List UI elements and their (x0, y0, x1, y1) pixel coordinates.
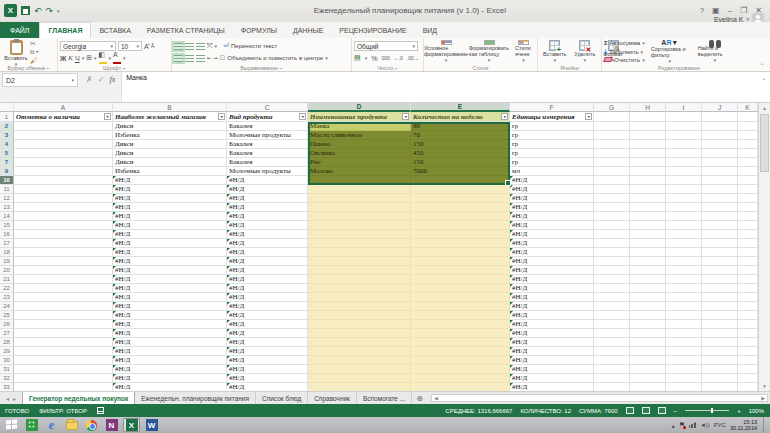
cell-G28[interactable] (594, 338, 630, 347)
cell-K3[interactable] (738, 131, 758, 140)
cell-G17[interactable] (594, 239, 630, 248)
cell-I9[interactable] (666, 167, 702, 176)
row-header-1[interactable]: 1 (0, 112, 14, 122)
format-painter-icon[interactable]: 🖌 (30, 57, 38, 64)
scroll-up-icon[interactable]: ▲ (759, 103, 770, 113)
cell-F15[interactable]: #Н/Д (510, 221, 594, 230)
column-header-G[interactable]: G (594, 103, 630, 112)
cell-J32[interactable] (702, 374, 738, 383)
cell-J10[interactable] (702, 176, 738, 185)
cell-D11[interactable] (308, 185, 411, 194)
cell-D22[interactable] (308, 284, 411, 293)
underline-button[interactable]: Ч (75, 55, 80, 62)
cell-I21[interactable] (666, 275, 702, 284)
cell-G20[interactable] (594, 266, 630, 275)
cell-I31[interactable] (666, 365, 702, 374)
next-sheet-icon[interactable]: ▸ (13, 395, 16, 402)
cell-A4[interactable] (14, 140, 113, 149)
cell-G15[interactable] (594, 221, 630, 230)
cell-H32[interactable] (630, 374, 666, 383)
conditional-formatting-button[interactable]: Условное форматирование▾ (426, 40, 466, 63)
cell-B5[interactable]: Дикси (113, 149, 227, 158)
cell-K32[interactable] (738, 374, 758, 383)
italic-button[interactable]: К (68, 54, 73, 62)
cell-G11[interactable] (594, 185, 630, 194)
normal-view-icon[interactable] (626, 407, 634, 414)
cell-K4[interactable] (738, 140, 758, 149)
fill-color-icon[interactable]: ◧ (99, 52, 107, 64)
cell-B24[interactable]: #Н/Д (113, 302, 227, 311)
cell-D19[interactable] (308, 257, 411, 266)
cell-I20[interactable] (666, 266, 702, 275)
zoom-level[interactable]: 100% (749, 408, 764, 414)
cell-E31[interactable] (411, 365, 510, 374)
cell-C9[interactable]: Молочные продукты (227, 167, 308, 176)
decrease-indent-icon[interactable]: ⇤ (207, 55, 211, 61)
cell-J29[interactable] (702, 347, 738, 356)
cell-C13[interactable]: #Н/Д (227, 203, 308, 212)
align-middle-icon[interactable] (185, 43, 194, 50)
cell-A33[interactable] (14, 383, 113, 391)
cell-F9[interactable]: мл (510, 167, 594, 176)
cell-A13[interactable] (14, 203, 113, 212)
column-header-B[interactable]: B (113, 103, 227, 112)
cell-I16[interactable] (666, 230, 702, 239)
scroll-left-icon[interactable]: ◀ (434, 395, 438, 401)
cell-I25[interactable] (666, 311, 702, 320)
cell-B22[interactable]: #Н/Д (113, 284, 227, 293)
help-icon[interactable]: ? (700, 6, 704, 15)
row-header-4[interactable]: 4 (0, 140, 14, 149)
cell-A28[interactable] (14, 338, 113, 347)
cell-B2[interactable]: Дикси (113, 122, 227, 131)
cell-G10[interactable] (594, 176, 630, 185)
cell-B11[interactable]: #Н/Д (113, 185, 227, 194)
tab-разметка-страницы[interactable]: РАЗМЕТКА СТРАНИЦЫ (139, 22, 233, 38)
cell-A31[interactable] (14, 365, 113, 374)
cell-A9[interactable] (14, 167, 113, 176)
column-header-J[interactable]: J (702, 103, 738, 112)
cell-H5[interactable] (630, 149, 666, 158)
cell-J24[interactable] (702, 302, 738, 311)
vertical-scrollbar[interactable]: ▲▼ (758, 103, 770, 391)
column-header-F[interactable]: F (510, 103, 594, 112)
find-select-button[interactable]: Найти и выделить▾ (695, 40, 735, 63)
cell-K21[interactable] (738, 275, 758, 284)
macro-record-icon[interactable] (97, 407, 104, 414)
cell-H11[interactable] (630, 185, 666, 194)
cell-H18[interactable] (630, 248, 666, 257)
cell-F18[interactable]: #Н/Д (510, 248, 594, 257)
cell-styles-button[interactable]: Стили ячеек▾ (512, 40, 535, 63)
cell-E16[interactable] (411, 230, 510, 239)
cell-H30[interactable] (630, 356, 666, 365)
tab-данные[interactable]: ДАННЫЕ (285, 22, 331, 38)
cell-E5[interactable]: 450 (411, 149, 510, 158)
cell-K29[interactable] (738, 347, 758, 356)
sheet-tab[interactable]: Генератор недельных покупок (22, 392, 135, 404)
cell-G31[interactable] (594, 365, 630, 374)
row-header-31[interactable]: 31 (0, 365, 14, 374)
clear-button[interactable]: Очистить▾ (604, 57, 645, 64)
cell-E18[interactable] (411, 248, 510, 257)
cell-A15[interactable] (14, 221, 113, 230)
cell-H26[interactable] (630, 320, 666, 329)
cell-C25[interactable]: #Н/Д (227, 311, 308, 320)
cell-K7[interactable] (738, 158, 758, 167)
formula-input[interactable]: Манка (121, 72, 758, 102)
sheet-tab[interactable]: Еженедельн. планировщик питания (135, 392, 256, 404)
cell-E27[interactable] (411, 329, 510, 338)
cell-K9[interactable] (738, 167, 758, 176)
cell-H7[interactable] (630, 158, 666, 167)
cell-D24[interactable] (308, 302, 411, 311)
taskbar-onenote[interactable]: N (103, 418, 120, 432)
cell-F5[interactable]: гр (510, 149, 594, 158)
cell-E24[interactable] (411, 302, 510, 311)
cell-C19[interactable]: #Н/Д (227, 257, 308, 266)
cell-C20[interactable]: #Н/Д (227, 266, 308, 275)
cell-F27[interactable]: #Н/Д (510, 329, 594, 338)
cell-D15[interactable] (308, 221, 411, 230)
cell-J14[interactable] (702, 212, 738, 221)
row-header-16[interactable]: 16 (0, 230, 14, 239)
cell-C15[interactable]: #Н/Д (227, 221, 308, 230)
collapse-formula-bar-icon[interactable]: ⌄ (758, 72, 770, 102)
row-header-33[interactable]: 33 (0, 383, 14, 391)
